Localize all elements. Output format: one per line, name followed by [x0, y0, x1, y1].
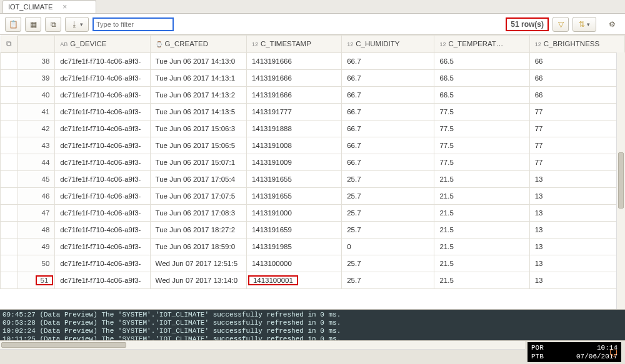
table-row[interactable]: 46dc71fe1f-f710-4c06-a9f3-Tue Jun 06 201… — [1, 187, 625, 204]
cell-timestamp: 1413191777 — [246, 103, 341, 120]
export-button[interactable]: ⭳ — [65, 17, 89, 32]
col-header-device[interactable]: ABG_DEVICE — [55, 36, 150, 53]
cell-timestamp: 1413191000 — [246, 204, 341, 221]
filter-input[interactable] — [92, 17, 174, 31]
col-header-brightness[interactable]: 12C_BRIGHTNESS — [529, 36, 624, 53]
cell-device: dc71fe1f-f710-4c06-a9f3- — [55, 86, 150, 103]
cell-temperature: 21.5 — [434, 170, 529, 187]
settings-button[interactable]: ⚙ — [604, 17, 620, 32]
cell-device: dc71fe1f-f710-4c06-a9f3- — [55, 204, 150, 221]
scrollbar-thumb[interactable] — [1, 342, 126, 348]
row-handle[interactable] — [1, 204, 18, 221]
table-row[interactable]: 41dc71fe1f-f710-4c06-a9f3-Tue Jun 06 201… — [1, 103, 625, 120]
cell-humidity: 25.7 — [342, 187, 434, 204]
cell-brightness: 13 — [529, 238, 624, 255]
copy-button[interactable]: 📋 — [5, 17, 21, 32]
status-clock-box: POR PTB 10:14 07/06/2017 🗨 — [528, 342, 621, 362]
row-number: 43 — [18, 137, 55, 154]
table-row[interactable]: 40dc71fe1f-f710-4c06-a9f3-Tue Jun 06 201… — [1, 86, 625, 103]
table-row[interactable]: 38dc71fe1f-f710-4c06-a9f3-Tue Jun 06 201… — [1, 52, 625, 69]
cell-humidity: 66.7 — [342, 120, 434, 137]
row-number: 44 — [18, 154, 55, 170]
table-row[interactable]: 48dc71fe1f-f710-4c06-a9f3-Tue Jun 06 201… — [1, 221, 625, 238]
cell-created: Tue Jun 06 2017 17:05:4 — [150, 170, 246, 187]
row-handle[interactable] — [1, 272, 18, 288]
cell-temperature: 77.5 — [434, 154, 529, 170]
row-number: 48 — [18, 221, 55, 238]
cell-device: dc71fe1f-f710-4c06-a9f3- — [55, 120, 150, 137]
col-header-timestamp[interactable]: 12C_TIMESTAMP — [246, 36, 341, 53]
row-number: 45 — [18, 170, 55, 187]
sort-button[interactable]: ⇅ — [572, 17, 596, 32]
cell-timestamp: 1413191985 — [246, 238, 341, 255]
table-row[interactable]: 43dc71fe1f-f710-4c06-a9f3-Tue Jun 06 201… — [1, 137, 625, 154]
row-handle[interactable] — [1, 238, 18, 255]
row-handle[interactable] — [1, 187, 18, 204]
row-handle[interactable] — [1, 221, 18, 238]
grid-button[interactable]: ▦ — [25, 17, 41, 32]
cell-created: Tue Jun 06 2017 18:59:0 — [150, 238, 246, 255]
cell-created: Tue Jun 06 2017 14:13:2 — [150, 86, 246, 103]
scrollbar-thumb[interactable] — [618, 152, 624, 209]
col-header-created[interactable]: ⌚G_CREATED — [150, 36, 246, 53]
cell-humidity: 25.7 — [342, 221, 434, 238]
cell-brightness: 77 — [529, 120, 624, 137]
close-icon[interactable]: × — [62, 2, 67, 11]
row-handle[interactable] — [1, 170, 18, 187]
cell-device: dc71fe1f-f710-4c06-a9f3- — [55, 154, 150, 170]
cell-brightness: 77 — [529, 137, 624, 154]
row-handle[interactable] — [1, 86, 18, 103]
vertical-scrollbar[interactable] — [616, 52, 625, 309]
row-handle[interactable] — [1, 69, 18, 86]
row-handle[interactable] — [1, 120, 18, 137]
filter-funnel-button[interactable]: ▽ — [552, 17, 569, 32]
row-handle[interactable] — [1, 255, 18, 272]
table-row[interactable]: 42dc71fe1f-f710-4c06-a9f3-Tue Jun 06 201… — [1, 120, 625, 137]
cell-timestamp: 1413191666 — [246, 52, 341, 69]
cell-humidity: 25.7 — [342, 204, 434, 221]
cell-device: dc71fe1f-f710-4c06-a9f3- — [55, 255, 150, 272]
row-handle[interactable] — [1, 137, 18, 154]
cell-humidity: 25.7 — [342, 255, 434, 272]
col-header-temperature[interactable]: 12C_TEMPERAT… — [434, 36, 529, 53]
table-row[interactable]: 49dc71fe1f-f710-4c06-a9f3-Tue Jun 06 201… — [1, 238, 625, 255]
cell-humidity: 66.7 — [342, 137, 434, 154]
notification-icon[interactable]: 🗨 — [609, 350, 618, 358]
table-row[interactable]: 47dc71fe1f-f710-4c06-a9f3-Tue Jun 06 201… — [1, 204, 625, 221]
cell-brightness: 66 — [529, 86, 624, 103]
table-row[interactable]: 39dc71fe1f-f710-4c06-a9f3-Tue Jun 06 201… — [1, 69, 625, 86]
horizontal-scrollbar[interactable] — [0, 341, 525, 350]
select-all-handle[interactable]: ⧉ — [1, 36, 18, 52]
row-number: 49 — [18, 238, 55, 255]
cell-brightness: 13 — [529, 255, 624, 272]
cell-humidity: 25.7 — [342, 272, 434, 288]
row-handle[interactable] — [1, 154, 18, 170]
cell-timestamp: 1413191666 — [246, 69, 341, 86]
cell-humidity: 25.7 — [342, 170, 434, 187]
col-header-humidity[interactable]: 12C_HUMIDITY — [342, 36, 434, 53]
cell-temperature: 21.5 — [434, 272, 529, 288]
table-row[interactable]: 50dc71fe1f-f710-4c06-a9f3-Wed Jun 07 201… — [1, 255, 625, 272]
rownum-header[interactable] — [18, 36, 55, 53]
cell-created: Tue Jun 06 2017 17:07:5 — [150, 187, 246, 204]
table-row[interactable]: 51dc71fe1f-f710-4c06-a9f3-Wed Jun 07 201… — [1, 272, 625, 288]
tab-iot-climate[interactable]: IOT_CLIMATE × — [2, 0, 96, 13]
table-row[interactable]: 45dc71fe1f-f710-4c06-a9f3-Tue Jun 06 201… — [1, 170, 625, 187]
cell-temperature: 66.5 — [434, 86, 529, 103]
cell-humidity: 0 — [342, 238, 434, 255]
layout-button[interactable]: ⧉ — [45, 17, 61, 32]
row-handle[interactable] — [1, 52, 18, 69]
row-number: 47 — [18, 204, 55, 221]
cell-brightness: 77 — [529, 103, 624, 120]
cell-temperature: 66.5 — [434, 69, 529, 86]
row-handle[interactable] — [1, 103, 18, 120]
table-row[interactable]: 44dc71fe1f-f710-4c06-a9f3-Tue Jun 06 201… — [1, 154, 625, 170]
cell-created: Wed Jun 07 2017 13:14:0 — [150, 272, 246, 288]
toolbar: 📋 ▦ ⧉ ⭳ 51 row(s) ▽ ⇅ ⚙ — [0, 14, 625, 35]
cell-temperature: 21.5 — [434, 204, 529, 221]
cell-device: dc71fe1f-f710-4c06-a9f3- — [55, 52, 150, 69]
row-count-label: 51 row(s) — [506, 17, 549, 31]
cell-created: Tue Jun 06 2017 15:07:1 — [150, 154, 246, 170]
cell-timestamp: 1413191666 — [246, 86, 341, 103]
cell-device: dc71fe1f-f710-4c06-a9f3- — [55, 69, 150, 86]
